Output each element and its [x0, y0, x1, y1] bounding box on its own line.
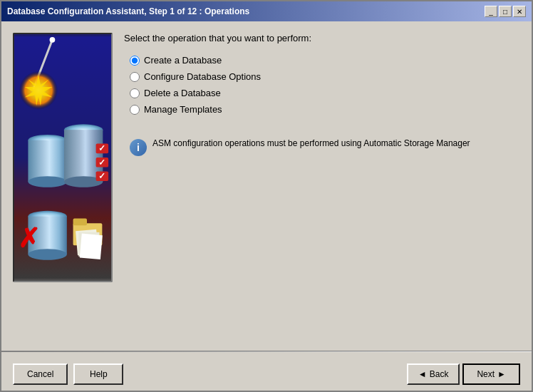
main-row: ✓ ✓ ✓ ✗ [13, 33, 520, 334]
svg-rect-25 [80, 234, 103, 259]
separator [1, 351, 532, 352]
button-row: Cancel Help ◄ Back Next ► [1, 358, 532, 391]
minimize-button[interactable]: _ [485, 6, 497, 17]
radio-create[interactable] [130, 56, 140, 66]
svg-text:✓: ✓ [98, 143, 105, 153]
svg-point-7 [28, 176, 66, 187]
label-delete: Delete a Database [144, 88, 221, 98]
maximize-button[interactable]: □ [499, 6, 512, 17]
cancel-button[interactable]: Cancel [13, 363, 68, 385]
title-controls: _ □ ✕ [485, 6, 526, 17]
right-panel: Select the operation that you want to pe… [124, 33, 520, 334]
right-buttons: ◄ Back Next ► [407, 363, 520, 385]
option-delete[interactable]: Delete a Database [130, 88, 520, 98]
back-label: Back [430, 369, 449, 379]
label-create: Create a Database [144, 55, 222, 66]
next-arrow-icon: ► [497, 369, 506, 379]
option-manage[interactable]: Manage Templates [130, 104, 520, 115]
instruction-text: Select the operation that you want to pe… [124, 33, 520, 43]
radio-manage[interactable] [130, 105, 140, 115]
info-icon: i [130, 139, 147, 156]
info-message: ASM configuration operations must be per… [152, 138, 470, 150]
option-create[interactable]: Create a Database [130, 55, 520, 66]
svg-text:✓: ✓ [98, 171, 105, 180]
help-button[interactable]: Help [73, 363, 123, 385]
content-area: ✓ ✓ ✓ ✗ [1, 21, 532, 345]
back-button[interactable]: ◄ Back [407, 363, 460, 385]
svg-rect-6 [28, 140, 66, 182]
svg-text:✗: ✗ [18, 224, 40, 253]
window-title: Database Configuration Assistant, Step 1… [7, 6, 249, 16]
svg-text:✓: ✓ [98, 158, 105, 167]
next-button[interactable]: Next ► [462, 363, 520, 385]
radio-delete[interactable] [130, 88, 140, 98]
svg-point-2 [50, 37, 56, 43]
image-panel: ✓ ✓ ✓ ✗ [13, 33, 113, 282]
next-label: Next [477, 369, 495, 379]
title-bar: Database Configuration Assistant, Step 1… [1, 1, 532, 21]
main-window: Database Configuration Assistant, Step 1… [0, 0, 533, 392]
info-box: i ASM configuration operations must be p… [124, 132, 520, 162]
label-configure: Configure Database Options [144, 71, 261, 82]
radio-configure[interactable] [130, 72, 140, 82]
svg-rect-22 [73, 218, 87, 225]
left-buttons: Cancel Help [13, 363, 123, 385]
option-configure[interactable]: Configure Database Options [130, 71, 520, 82]
radio-group: Create a Database Configure Database Opt… [130, 55, 520, 115]
label-manage: Manage Templates [144, 104, 222, 115]
back-arrow-icon: ◄ [418, 369, 427, 379]
close-button[interactable]: ✕ [513, 6, 526, 17]
